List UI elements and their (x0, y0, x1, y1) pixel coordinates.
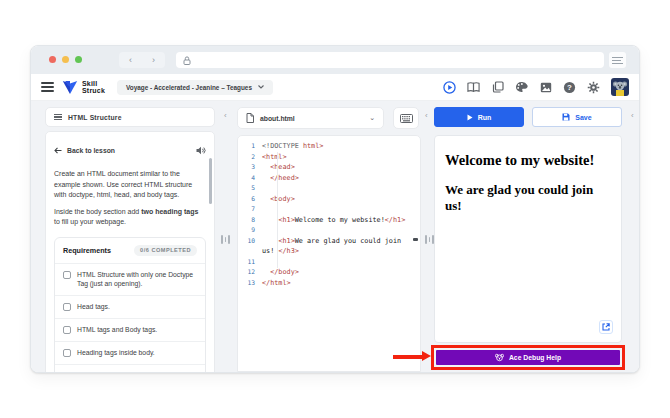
ace-debug-help-button[interactable]: Ace Debug Help (436, 350, 620, 365)
back-icon[interactable]: ‹ (129, 56, 132, 65)
save-button[interactable]: Save (532, 107, 622, 127)
code-line[interactable]: 4 </heed> (238, 173, 420, 184)
avatar-koala[interactable] (611, 78, 629, 96)
keyboard-shortcuts-button[interactable] (393, 107, 419, 129)
code-line[interactable]: 9 (238, 225, 420, 236)
collapse-left-panel-icon[interactable]: ‹ (224, 112, 227, 120)
preview-heading-2: We are glad you could join us! (445, 182, 611, 214)
main-content: HTML Structure Back to lesson Create an … (31, 101, 639, 372)
requirements-list: HTML Structure with only one Doctype Tag… (55, 263, 205, 374)
line-number: 5 (238, 183, 262, 194)
menu-icon[interactable] (41, 82, 54, 92)
code-content (262, 257, 420, 268)
lesson-panel-header[interactable]: HTML Structure (45, 107, 215, 127)
skill-struck-logo[interactable]: Skill Struck (62, 80, 105, 95)
code-content: </body> (262, 267, 420, 278)
lesson-panel-title: HTML Structure (68, 114, 122, 121)
palette-icon[interactable] (515, 81, 528, 94)
requirement-label: HTML tags and Body tags. (77, 325, 157, 335)
browser-chrome: ‹ › (31, 46, 639, 74)
code-line[interactable]: 5 (238, 183, 420, 194)
file-tab[interactable]: about.html ⌄ (237, 107, 384, 129)
code-line[interactable]: 1<!DOCTYPE html> (238, 141, 420, 152)
code-line[interactable]: 11 (238, 257, 420, 268)
browser-window: ‹ › Skill Struck Voyage - Ac (30, 45, 640, 373)
pages-icon[interactable] (491, 81, 504, 94)
requirement-checkbox[interactable] (63, 349, 71, 357)
lesson-paragraph-1: Create an HTML document similar to the e… (54, 169, 206, 201)
run-play-icon (467, 114, 473, 121)
requirement-label: Head tags. (77, 302, 110, 312)
save-floppy-icon (562, 113, 570, 121)
code-line[interactable]: 12 </body> (238, 267, 420, 278)
image-icon[interactable] (539, 81, 552, 94)
address-bar[interactable] (176, 52, 604, 68)
code-line[interactable]: 8 <h1>Welcome to my website!</h1> (238, 215, 420, 226)
collapse-preview-panel-icon[interactable]: ‹ (631, 112, 634, 120)
left-splitter-handle[interactable] (221, 235, 230, 244)
svg-text:?: ? (567, 83, 572, 92)
code-line[interactable]: 10 <h1>We are glad you could join us! </… (238, 236, 420, 257)
line-number: 6 (238, 194, 262, 205)
code-line[interactable]: 6 <body> (238, 194, 420, 205)
requirement-item: HTML tags and Body tags. (55, 318, 205, 341)
code-editor[interactable]: 1<!DOCTYPE html>2<html>3 <head>4 </heed>… (237, 135, 421, 372)
save-button-label: Save (575, 114, 591, 121)
file-tab-label: about.html (260, 115, 295, 122)
collapse-editor-panel-icon[interactable]: ‹ (425, 112, 428, 120)
code-content (262, 225, 420, 236)
window-controls[interactable] (49, 56, 82, 63)
line-number: 12 (238, 267, 262, 278)
line-number: 2 (238, 152, 262, 163)
speaker-icon[interactable] (196, 141, 206, 159)
course-selector-label: Voyage - Accelerated - Jeanine – Teagues (126, 84, 252, 91)
logo-text: Skill Struck (82, 80, 105, 95)
line-number: 4 (238, 173, 262, 184)
ace-debug-help-label: Ace Debug Help (509, 354, 561, 361)
open-preview-external-icon[interactable] (599, 320, 613, 334)
book-icon[interactable] (467, 81, 480, 94)
requirement-checkbox[interactable] (63, 326, 71, 334)
line-number: 1 (238, 141, 262, 152)
requirements-card: Requirements 0/6 COMPLETED HTML Structur… (54, 237, 206, 374)
header-icons: ? (443, 78, 629, 96)
back-to-lesson[interactable]: Back to lesson (54, 139, 206, 163)
requirements-title: Requirements (63, 246, 111, 255)
line-number: 13 (238, 278, 262, 289)
close-window-icon[interactable] (49, 56, 56, 63)
maximize-window-icon[interactable] (75, 56, 82, 63)
forward-icon[interactable]: › (152, 56, 155, 65)
gear-icon[interactable] (587, 81, 600, 94)
browser-nav: ‹ › (119, 52, 165, 68)
code-content: </heed> (262, 173, 420, 184)
requirement-checkbox[interactable] (63, 372, 71, 373)
editor-scrollbar-thumb[interactable] (413, 238, 418, 241)
requirement-item: HTML Structure with only one complete (55, 364, 205, 373)
lesson-card: Back to lesson Create an HTML document s… (45, 131, 215, 373)
requirements-progress-badge: 0/6 COMPLETED (134, 245, 197, 256)
run-button-label: Run (478, 114, 492, 121)
code-line[interactable]: 2<html> (238, 152, 420, 163)
code-line[interactable]: 3 <head> (238, 162, 420, 173)
help-icon[interactable]: ? (563, 81, 576, 94)
lock-icon (183, 56, 191, 65)
code-line[interactable]: 7 (238, 204, 420, 215)
line-number: 10 (238, 236, 262, 257)
line-number: 7 (238, 204, 262, 215)
right-splitter-handle[interactable] (425, 235, 434, 244)
code-content (262, 204, 420, 215)
chevron-down-icon (258, 85, 264, 89)
code-content: <h1>We are glad you could join us! </h3> (262, 236, 420, 257)
run-button[interactable]: Run (434, 107, 524, 127)
code-lines: 1<!DOCTYPE html>2<html>3 <head>4 </heed>… (238, 141, 420, 288)
requirement-checkbox[interactable] (63, 303, 71, 311)
minimize-window-icon[interactable] (62, 56, 69, 63)
requirement-checkbox[interactable] (63, 271, 71, 279)
lesson-scrollbar[interactable] (209, 158, 212, 204)
code-line[interactable]: 13</html> (238, 278, 420, 289)
reader-mode-icon[interactable] (609, 52, 626, 68)
course-selector[interactable]: Voyage - Accelerated - Jeanine – Teagues (117, 80, 273, 95)
play-circle-icon[interactable] (443, 81, 456, 94)
requirement-label: Heading tags inside body. (77, 348, 155, 358)
file-tab-chevron-icon[interactable]: ⌄ (369, 114, 375, 122)
